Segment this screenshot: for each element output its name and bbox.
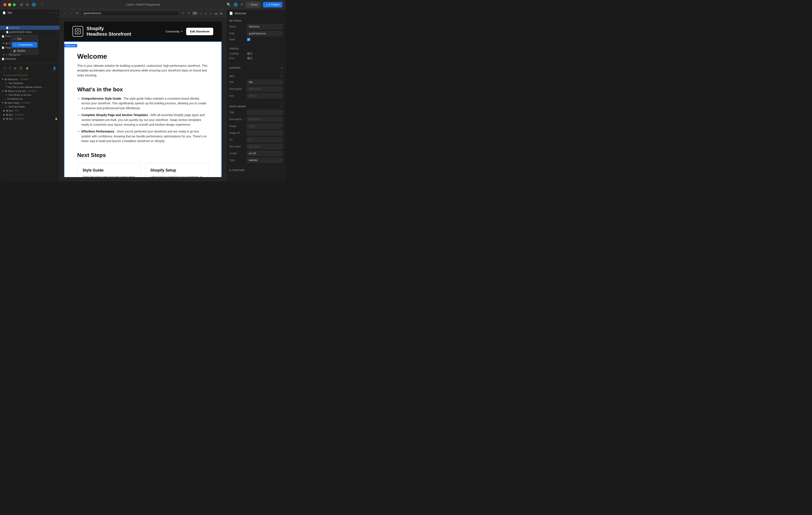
error-toggle[interactable] — [247, 57, 253, 60]
forward-button[interactable]: → — [69, 11, 74, 16]
card1-body: Open the style guide and start taking st… — [83, 175, 136, 177]
page-header-right: Community ↗ Edit Storefront — [166, 28, 213, 35]
dropdown-item-site[interactable]: ✓ Site — [11, 36, 38, 42]
search-icon[interactable]: 🔍 — [227, 3, 231, 7]
tree-item-text-whatsinbox[interactable]: H₁ Text What's in the box — [0, 93, 59, 97]
page-content: Welcome This is your ultimate solution f… — [64, 42, 222, 177]
mobile-icon[interactable]: ▱ — [209, 11, 212, 16]
minimize-button[interactable] — [8, 3, 11, 6]
og-sitename-row: Site name — [229, 144, 283, 149]
og-url-row: Url — [229, 137, 283, 142]
tree-item-box-container1[interactable]: ▶ ▦ Box Container — [0, 113, 59, 117]
publish-button[interactable]: △ 8 Publish — [263, 2, 282, 7]
og-type-input[interactable] — [247, 158, 283, 163]
nav-form-external-icon: ↗ — [56, 35, 58, 37]
edit-storefront-button[interactable]: Edit Storefront — [186, 28, 213, 35]
queries-row: Queries + — [229, 66, 283, 70]
dropdown-boards-label: Boards — [17, 49, 25, 52]
og-locale-input[interactable] — [247, 151, 283, 156]
tree-item-text-nextsteps[interactable]: H₁ Text Next Steps — [0, 105, 59, 109]
close-button[interactable] — [3, 3, 6, 6]
component-removed-label: (Component Removed) — [0, 73, 59, 77]
tool-box-icon[interactable]: ☐ — [3, 66, 7, 71]
canvas-area: Welcome Shopify Headless Storefront — [60, 17, 226, 181]
gear-icon[interactable]: ⚙ — [26, 3, 29, 7]
card1-title: Style Guide — [83, 168, 136, 172]
tool-text-icon[interactable]: T — [8, 66, 11, 71]
tool-link-icon[interactable]: ⛓ — [19, 66, 23, 71]
nav-item-welcome[interactable]: 📄 welcome ↗ — [0, 26, 59, 30]
fullscreen-button[interactable] — [13, 3, 16, 6]
sidebar-menu-icon[interactable]: ⋯ — [51, 11, 54, 14]
og-image-input[interactable] — [247, 124, 283, 129]
tree-item-text-welcome[interactable]: H₁ Text Welcome — [0, 81, 59, 85]
tree-item-nextsteps-container[interactable]: ▼ ▦ Next Steps Container — [0, 101, 59, 105]
nav-welcome-external-icon: ↗ — [56, 27, 58, 29]
layout-icon: ▦ — [5, 42, 8, 45]
loading-toggle[interactable] — [247, 52, 253, 55]
og-imagealt-input[interactable] — [247, 130, 283, 135]
history-icon[interactable]: ↺ — [240, 3, 243, 7]
welcome-heading: Welcome — [77, 53, 208, 60]
seo-icon-input[interactable] — [247, 93, 283, 98]
sidebar-add-icon[interactable]: + — [55, 11, 57, 14]
feature-item-1: Comprehensive Style Guide : The style gu… — [82, 96, 208, 110]
h1-icon: H₁ — [5, 82, 7, 84]
card-shopify-setup: Shopify Setup Learn how to connect to yo… — [145, 163, 208, 177]
panel-loading-row: Loading — [229, 52, 283, 55]
box-row-label: Box — [9, 109, 13, 112]
styleguide-icon: ⬡ — [5, 53, 8, 56]
seo-title-input[interactable] — [247, 80, 283, 85]
desktop-icon[interactable]: ▬ — [214, 11, 219, 16]
path-input[interactable] — [247, 31, 283, 36]
welcome-container-label: Welcome — [8, 78, 18, 81]
nav-item-shopify-setup[interactable]: 📄 guide/shopify-setup ↗ — [0, 30, 59, 34]
og-sitename-input[interactable] — [247, 144, 283, 149]
sidebar-header-icons: ⋯ + — [51, 11, 57, 14]
code-icon[interactable]: 〈〉 — [39, 2, 46, 7]
og-desc-input[interactable] — [247, 117, 283, 122]
name-input[interactable] — [247, 24, 283, 29]
dropdown-item-components[interactable]: ⬡ Components — [12, 42, 37, 48]
tablet-landscape-icon[interactable]: ▭ — [199, 11, 203, 16]
globe-icon[interactable]: 🌐 — [32, 3, 36, 7]
tree-item-text-body[interactable]: ¶ Text This is your ultimate solution... — [0, 85, 59, 89]
community-button[interactable]: Community ↗ — [166, 30, 183, 33]
url-input[interactable] — [81, 11, 179, 16]
tree-item-box-container2[interactable]: ▶ ▦ Box Container 🔒 — [0, 117, 59, 121]
url-bar: ← → ↺ ↗ ☀ All ▭ ▯ ▱ ▬ ▶ — [60, 9, 226, 17]
draft-checkbox[interactable] — [247, 38, 250, 41]
back-button[interactable]: ← — [62, 11, 67, 16]
og-title-input[interactable] — [247, 110, 283, 115]
grid-icon[interactable]: ⊞ — [20, 3, 23, 7]
title-bar-icons: ⊞ ⚙ 🌐 〈〉 — [20, 2, 46, 7]
sun-icon[interactable]: ☀ — [186, 11, 191, 16]
tree-item-box-row[interactable]: ▶ ▦ Box Row — [0, 109, 59, 113]
seo-icon-row: Icon — [229, 93, 283, 98]
queries-add-button[interactable]: + — [281, 66, 283, 70]
tree-item-whatsinbox-container[interactable]: ▼ ▦ Whats in the box Container — [0, 89, 59, 93]
welcome-section: Welcome This is your ultimate solution f… — [77, 53, 208, 78]
site-dropdown[interactable]: ✓ Site ⬡ Components ▦ Boards — [11, 35, 38, 55]
panel-queries-section: Queries + — [226, 64, 286, 72]
name-label: Name — [229, 25, 245, 28]
play-icon[interactable]: ▶ — [220, 11, 224, 16]
nav-item-overview[interactable]: 📄 Overview ↗ — [0, 57, 59, 61]
tool-person-icon[interactable]: 👤 — [52, 66, 57, 71]
viewport-all[interactable]: All — [192, 11, 198, 15]
open-external-icon[interactable]: ↗ — [181, 11, 185, 16]
tablet-portrait-icon[interactable]: ▯ — [204, 11, 207, 16]
dropdown-item-boards[interactable]: ▦ Boards — [11, 48, 38, 54]
tool-image-icon[interactable]: ⊞ — [13, 66, 17, 71]
refresh-button[interactable]: ↺ — [75, 11, 79, 16]
seo-desc-input[interactable] — [247, 86, 283, 91]
tree-item-unordered-list[interactable]: ≡ Unordered List — [0, 97, 59, 101]
box-row-chevron: ▶ — [3, 109, 5, 112]
tree-item-welcome-container[interactable]: ▼ ▦ Welcome Container — [0, 77, 59, 81]
globe2-icon[interactable]: 🌐 — [233, 3, 238, 7]
nav-page-label: Page — [5, 46, 11, 49]
share-button[interactable]: ↑ Share — [245, 2, 260, 7]
og-url-input[interactable] — [247, 137, 283, 142]
panel-states-section: States Loading Error — [226, 45, 286, 64]
tool-lightning-icon[interactable]: ⚡ — [25, 66, 30, 71]
